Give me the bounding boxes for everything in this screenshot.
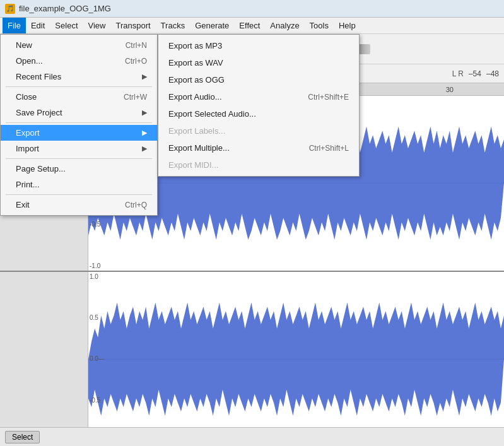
status-bar: Select <box>0 427 504 446</box>
file-menu-sep-4 <box>6 194 152 195</box>
export-submenu-dropdown: Export as MP3 Export as WAV Export as OG… <box>158 34 360 177</box>
export-mp3[interactable]: Export as MP3 <box>158 37 359 54</box>
file-menu-recent[interactable]: Recent Files ▶ <box>1 69 157 85</box>
y-axis-bottom: 1.0 0.5 0.0— -0.5 -1.0 <box>90 272 105 447</box>
file-menu-save-project[interactable]: Save Project ▶ <box>1 105 157 120</box>
lr-label: L R <box>452 69 464 78</box>
export-ogg[interactable]: Export as OGG <box>158 71 359 88</box>
menu-select[interactable]: Select <box>50 18 83 33</box>
file-menu-import[interactable]: Import ▶ <box>1 141 157 156</box>
export-multiple[interactable]: Export Multiple... Ctrl+Shift+L <box>158 139 359 156</box>
menu-file[interactable]: File <box>3 18 26 33</box>
file-menu-sep-1 <box>6 86 152 87</box>
file-menu-export[interactable]: Export ▶ <box>1 125 157 141</box>
menu-view[interactable]: View <box>83 18 111 33</box>
file-menu-page-setup[interactable]: Page Setup... <box>1 161 157 177</box>
menu-help[interactable]: Help <box>334 18 361 33</box>
file-menu-dropdown: New Ctrl+N Open... Ctrl+O Recent Files ▶… <box>0 34 158 216</box>
menu-effect[interactable]: Effect <box>234 18 265 33</box>
file-menu-close[interactable]: Close Ctrl+W <box>1 89 157 105</box>
level-minus48: –48 <box>486 69 499 78</box>
track-2-info <box>0 272 88 447</box>
level-minus54: –54 <box>469 69 481 78</box>
file-menu-sep-2 <box>6 122 152 123</box>
timeline-30: 30 <box>446 86 454 93</box>
app-icon: 🎵 <box>5 4 15 14</box>
menu-analyze[interactable]: Analyze <box>265 18 304 33</box>
file-menu-exit[interactable]: Exit Ctrl+Q <box>1 197 157 213</box>
file-menu-new[interactable]: New Ctrl+N <box>1 37 157 53</box>
track-2: 1.0 0.5 0.0— -0.5 -1.0 <box>0 272 504 447</box>
file-menu-sep-3 <box>6 158 152 159</box>
menu-tracks[interactable]: Tracks <box>156 18 190 33</box>
menu-bar: File Edit Select View Transport Tracks G… <box>0 18 504 34</box>
file-menu-open[interactable]: Open... Ctrl+O <box>1 53 157 69</box>
window-title: file_example_OOG_1MG <box>19 4 111 13</box>
status-select-button[interactable]: Select <box>5 431 40 443</box>
export-selected-audio[interactable]: Export Selected Audio... <box>158 105 359 122</box>
track-2-waveform: 1.0 0.5 0.0— -0.5 -1.0 <box>88 272 504 447</box>
menu-generate[interactable]: Generate <box>190 18 234 33</box>
waveform-svg-bottom <box>88 272 504 447</box>
file-menu-print[interactable]: Print... <box>1 177 157 192</box>
menu-transport[interactable]: Transport <box>110 18 155 33</box>
menu-edit[interactable]: Edit <box>26 18 50 33</box>
title-bar: 🎵 file_example_OOG_1MG <box>0 0 504 18</box>
export-labels: Export Labels... <box>158 122 359 139</box>
menu-tools[interactable]: Tools <box>305 18 334 33</box>
export-midi: Export MIDI... <box>158 156 359 173</box>
export-audio[interactable]: Export Audio... Ctrl+Shift+E <box>158 88 359 105</box>
export-wav[interactable]: Export as WAV <box>158 54 359 71</box>
